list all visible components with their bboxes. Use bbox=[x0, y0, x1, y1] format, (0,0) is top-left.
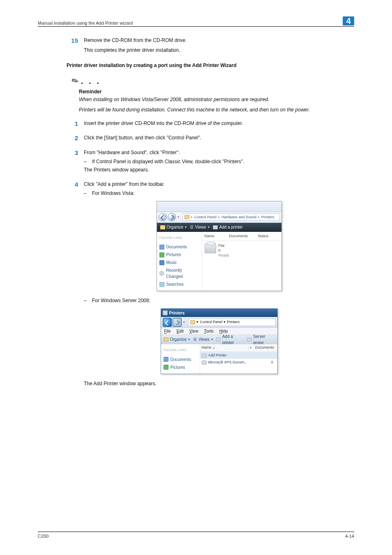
printer-state: Ready bbox=[219, 253, 229, 258]
chevron-down-icon: ▾ bbox=[208, 225, 210, 230]
running-header-left: Manual installation using the Add Printe… bbox=[38, 21, 133, 25]
chapter-badge: 4 bbox=[343, 16, 354, 25]
step-4-sub1: For Windows Vista: bbox=[92, 190, 134, 197]
menu-file[interactable]: File bbox=[162, 328, 173, 334]
music-icon bbox=[159, 260, 164, 265]
folder-icon bbox=[164, 338, 168, 342]
list-item-add-printer[interactable]: Add Printer bbox=[200, 352, 277, 359]
printer-icon bbox=[216, 338, 221, 342]
chevron-down-icon: ▾ bbox=[188, 337, 190, 342]
sidebar-item-music[interactable]: Music bbox=[159, 259, 200, 266]
chevron-down-icon[interactable]: ▾ bbox=[183, 320, 185, 325]
folder-icon bbox=[184, 215, 189, 219]
pictures-icon bbox=[159, 252, 164, 257]
step-15-line1: Remove the CD-ROM from the CD-ROM drive. bbox=[84, 37, 354, 44]
step-number-2: 2 bbox=[67, 134, 78, 143]
breadcrumb[interactable]: ▾ Control Panel ▾ Printers bbox=[188, 319, 276, 326]
sidebar-item-pictures[interactable]: Pictures bbox=[159, 251, 200, 259]
server-properties-button[interactable]: Server prope bbox=[247, 333, 275, 346]
views-menu[interactable]: ☰Views▾ bbox=[190, 224, 210, 230]
sidebar-item-documents[interactable]: Documents bbox=[159, 243, 200, 251]
printer-icon bbox=[202, 361, 207, 365]
note-title: Reminder bbox=[79, 88, 354, 95]
chevron-down-icon: ▾ bbox=[211, 337, 213, 342]
dash: – bbox=[84, 190, 89, 197]
recent-icon bbox=[159, 271, 164, 276]
chevron-right-icon: ▸ bbox=[258, 215, 260, 220]
list-item-xps[interactable]: Microsoft XPS Docum...0 bbox=[200, 359, 277, 366]
folder-icon bbox=[160, 225, 165, 229]
note-dots: . . . bbox=[81, 75, 101, 87]
dash: – bbox=[84, 297, 89, 304]
documents-icon bbox=[164, 357, 168, 362]
side-heading: Favorite Links bbox=[159, 235, 200, 241]
col-documents[interactable]: Documents bbox=[254, 345, 276, 351]
col-status[interactable]: Status bbox=[256, 234, 276, 239]
printer-name: Fax bbox=[219, 243, 229, 248]
printer-icon bbox=[205, 243, 216, 253]
menu-tools[interactable]: Tools bbox=[201, 328, 216, 334]
pen-icon: ✎ bbox=[69, 74, 81, 88]
chevron-down-icon[interactable]: ▾ bbox=[249, 346, 254, 350]
breadcrumb[interactable]: ▸ Control Panel ▸ Hardware and Sound ▸ P… bbox=[182, 213, 280, 221]
chevron-right-icon: ▸ bbox=[218, 215, 220, 220]
documents-icon bbox=[159, 245, 164, 250]
step-3-tail: The Printers window appears. bbox=[84, 166, 354, 173]
crumb-hw[interactable]: Hardware and Sound bbox=[221, 215, 256, 220]
crumb-printers[interactable]: Printers bbox=[261, 215, 274, 220]
forward-button[interactable] bbox=[168, 213, 176, 221]
add-printer-button[interactable]: Add a printer bbox=[213, 224, 243, 230]
crumb-cp[interactable]: Control Panel bbox=[200, 319, 223, 325]
step-number-15: 15 bbox=[67, 36, 78, 55]
printer-row[interactable]: Fax 0 Ready bbox=[202, 241, 281, 260]
menu-view[interactable]: View bbox=[187, 328, 201, 334]
step-4-text: Click "Add a printer" from the toolbar. bbox=[84, 180, 354, 188]
forward-button[interactable] bbox=[173, 318, 182, 327]
printer-icon bbox=[247, 338, 251, 342]
step-number-4: 4 bbox=[67, 180, 78, 388]
search-icon bbox=[159, 282, 164, 287]
organize-menu[interactable]: Organize▾ bbox=[160, 224, 187, 230]
window-titlebar: Printers bbox=[161, 309, 277, 317]
add-printer-button[interactable]: Add a printer bbox=[216, 333, 244, 346]
organize-menu[interactable]: Organize▾ bbox=[164, 336, 190, 342]
step-3-sub1: If Control Panel is displayed with Class… bbox=[92, 158, 244, 165]
pictures-icon bbox=[164, 365, 168, 370]
chevron-right-icon: ▸ bbox=[191, 215, 193, 220]
sidebar-item-documents[interactable]: Documents bbox=[163, 356, 198, 363]
col-name[interactable]: Name bbox=[202, 345, 212, 351]
step-4-sub2: For Windows Server 2008: bbox=[92, 297, 150, 304]
back-button[interactable] bbox=[159, 213, 167, 221]
footer-left: C200 bbox=[38, 534, 48, 539]
views-menu[interactable]: ☰Views▾ bbox=[193, 336, 213, 342]
chevron-down-icon: ▾ bbox=[185, 225, 187, 230]
col-name[interactable]: Name bbox=[202, 234, 227, 239]
crumb-cp[interactable]: Control Panel bbox=[194, 215, 217, 220]
chevron-down-icon[interactable]: ▾ bbox=[178, 215, 179, 220]
crumb-printers[interactable]: Printers bbox=[227, 319, 240, 325]
vista-screenshot: ▾ ▸ Control Panel ▸ Hardware and Sound ▸… bbox=[157, 201, 282, 291]
after-shots-text: The Add Printer window appears. bbox=[84, 380, 354, 387]
note-p1: When installing on Windows Vista/Server … bbox=[79, 96, 354, 103]
section-heading: Printer driver installation by creating … bbox=[67, 62, 354, 69]
step-number-1: 1 bbox=[67, 119, 78, 129]
step-1-text: Insert the printer driver CD-ROM into th… bbox=[84, 120, 354, 127]
printer-icon bbox=[213, 225, 218, 229]
sidebar-item-pictures[interactable]: Pictures bbox=[163, 363, 198, 371]
col-documents[interactable]: Documents bbox=[227, 234, 256, 239]
footer-right: 4-14 bbox=[345, 534, 354, 539]
back-button[interactable] bbox=[163, 318, 172, 327]
menu-edit[interactable]: Edit bbox=[174, 328, 186, 334]
step-15-line2: This completes the printer driver instal… bbox=[84, 46, 354, 54]
printer-count: 0 bbox=[219, 248, 229, 253]
step-2-text: Click the [Start] button, and then click… bbox=[84, 134, 354, 141]
step-3-text: From "Hardware and Sound", click "Printe… bbox=[84, 149, 354, 156]
server2008-screenshot: Printers ▾ ▾ Control Panel ▾ Print bbox=[161, 308, 278, 374]
sidebar-item-searches[interactable]: Searches bbox=[159, 280, 200, 288]
reminder-note: ✎ . . . Reminder When installing on Wind… bbox=[71, 75, 354, 114]
sidebar-item-recent[interactable]: Recently Changed bbox=[159, 266, 200, 280]
folder-icon bbox=[190, 320, 195, 324]
dash: – bbox=[84, 158, 89, 165]
step-number-3: 3 bbox=[67, 148, 78, 175]
printer-icon bbox=[163, 310, 168, 315]
